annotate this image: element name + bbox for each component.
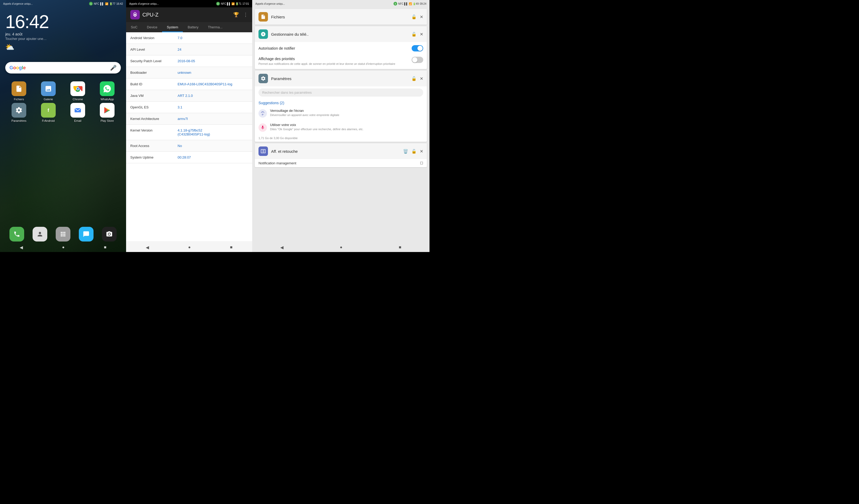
galerie-label: Galerie xyxy=(44,98,53,101)
parametres-lock-icon[interactable]: 🔓 xyxy=(411,76,417,81)
tab-device[interactable]: Device xyxy=(142,22,162,32)
card-fichiers: Fichiers 🔓 ✕ xyxy=(255,9,427,25)
app-parametres[interactable]: Paramètres xyxy=(5,103,33,122)
parametres-search[interactable]: Rechercher dans les paramètres xyxy=(258,89,423,97)
parametres-close-icon[interactable]: ✕ xyxy=(420,76,423,81)
nav-home-1[interactable]: ● xyxy=(62,245,65,250)
nav-back-3[interactable]: ◀ xyxy=(280,245,284,250)
gestionnaire-card-title: Gestionnaire du télé.. xyxy=(271,32,408,36)
playstore-icon xyxy=(100,103,115,117)
parametres-card-icon xyxy=(258,74,268,83)
nav-bar-3: ◀ ● ■ xyxy=(252,242,430,252)
status-badge-1: 1 xyxy=(89,2,93,5)
chrome-icon xyxy=(71,81,85,96)
nav-recents-2[interactable]: ■ xyxy=(230,245,233,250)
frandroid-icon: f xyxy=(41,103,56,117)
clock-add-text[interactable]: Toucher pour ajouter une… xyxy=(5,37,121,41)
email-icon xyxy=(71,103,85,117)
nav-recents-1[interactable]: ■ xyxy=(104,245,107,250)
status-time-2: 17:01 xyxy=(242,2,249,5)
app-whatsapp[interactable]: WhatsApp xyxy=(93,81,121,101)
google-search-bar[interactable]: Google 🎤 xyxy=(5,62,121,74)
status-nfc-icon: NFC xyxy=(94,2,99,5)
cpu-app-name: CPU-Z xyxy=(142,12,159,18)
app-galerie[interactable]: Galerie xyxy=(35,81,62,101)
voice-search-icon[interactable]: 🎤 xyxy=(110,65,117,71)
nav-recents-3[interactable]: ■ xyxy=(399,245,402,250)
nav-back-2[interactable]: ◀ xyxy=(146,245,149,250)
row-java-vm: Java VM ART 2.1.0 xyxy=(126,90,252,101)
card-aff-header: Aff. et retouche 🗑️ 🔓 ✕ xyxy=(255,143,427,159)
playstore-label: Play Store xyxy=(101,119,114,122)
status-signal-icon: ▌▌ xyxy=(100,2,104,5)
fichiers-label: Fichiers xyxy=(14,98,24,101)
app-email[interactable]: Email xyxy=(64,103,91,122)
priority-toggle[interactable] xyxy=(412,57,423,63)
status-icons-2: NFC ▌▌ 📶 🔋71 xyxy=(221,2,241,5)
dock-contacts[interactable] xyxy=(33,227,47,241)
notification-management-row: Notification management ☐ xyxy=(255,159,427,167)
status-wifi-icon: 📶 xyxy=(105,2,108,5)
tab-soc[interactable]: SoC xyxy=(126,22,142,32)
app-playstore[interactable]: Play Store xyxy=(93,103,121,122)
tab-system[interactable]: System xyxy=(162,22,183,32)
row-kernel-arch: Kernel Architecture armv7l xyxy=(126,113,252,125)
dock-phone[interactable] xyxy=(10,227,24,241)
gestionnaire-card-actions: 🔓 ✕ xyxy=(411,32,423,37)
dock-apps[interactable] xyxy=(56,227,71,241)
parametres-icon xyxy=(12,103,26,117)
notification-management-label: Notification management xyxy=(258,161,296,165)
app-chrome[interactable]: Chrome xyxy=(64,81,91,101)
suggestion-verrouillage[interactable]: Verrouillage de l'écran Déverrouiller un… xyxy=(255,106,427,120)
cpu-menu-icon[interactable]: ⋮ xyxy=(243,12,248,18)
screen3-settings: Appels d'urgence uniqu... 3 NFC ▌▌ 📶 🔋49… xyxy=(252,0,430,252)
cpu-header-icons: 🏆 ⋮ xyxy=(233,12,248,18)
status-icons-3: NFC ▌▌ 📶 🔋49 xyxy=(398,2,419,5)
status-emergency-2: Appels d'urgence uniqu... xyxy=(129,2,159,5)
fichiers-card-icon xyxy=(258,12,268,21)
dock-messages[interactable] xyxy=(79,227,93,241)
aff-trash-icon[interactable]: 🗑️ xyxy=(403,149,408,154)
clock-date: jeu. 4 août xyxy=(5,32,121,36)
status-emergency-1: Appels d'urgence uniqu... xyxy=(3,2,33,5)
row-android-version: Android Version 7.0 xyxy=(126,32,252,44)
autorisation-toggle[interactable] xyxy=(412,45,423,51)
status-time-3: 09:24 xyxy=(420,2,426,5)
card-parametres-header: Paramètres 🔓 ✕ xyxy=(255,70,427,86)
gestionnaire-close-icon[interactable]: ✕ xyxy=(420,32,423,37)
app-frandroid[interactable]: f FrAndroid xyxy=(35,103,62,122)
screen2-cpuz: Appels d'urgence uniqu... 2 NFC ▌▌ 📶 🔋71… xyxy=(126,0,252,252)
nav-home-2[interactable]: ● xyxy=(188,245,191,250)
status-time-1: 16:42 xyxy=(116,2,123,5)
card-parametres: Paramètres 🔓 ✕ Rechercher dans les param… xyxy=(255,70,427,142)
cpu-trophy-icon[interactable]: 🏆 xyxy=(233,12,239,18)
storage-text: 1,71 Go de 3,00 Go disponible xyxy=(255,135,427,142)
aff-card-icon xyxy=(258,146,268,156)
parametres-card-actions: 🔓 ✕ xyxy=(411,76,423,81)
gestionnaire-lock-icon[interactable]: 🔓 xyxy=(411,32,417,37)
aff-card-actions: 🗑️ 🔓 ✕ xyxy=(403,149,423,154)
row-kernel-version: Kernel Version 4.1.18-g75fbc52(C432B040S… xyxy=(126,125,252,140)
priority-row: Affichage des priorités Permet aux notif… xyxy=(255,54,427,69)
dock-camera[interactable] xyxy=(102,227,117,241)
status-bar-1: Appels d'urgence uniqu... 1 NFC ▌▌ 📶 🔋77… xyxy=(0,0,126,7)
nav-back-1[interactable]: ◀ xyxy=(20,245,23,250)
row-bootloader: Bootloader unknown xyxy=(126,67,252,78)
aff-card-title: Aff. et retouche xyxy=(271,149,400,154)
card-gestionnaire-header: Gestionnaire du télé.. 🔓 ✕ xyxy=(255,26,427,42)
aff-close-icon[interactable]: ✕ xyxy=(420,149,423,154)
cpu-title-area: CPU-Z xyxy=(130,10,159,19)
suggestion-voix[interactable]: Utiliser votre voix Dites "Ok Google" po… xyxy=(255,120,427,135)
weather-icon: ⛅ xyxy=(5,43,121,51)
row-opengl: OpenGL ES 3.1 xyxy=(126,101,252,113)
aff-lock-icon[interactable]: 🔓 xyxy=(411,149,417,154)
parametres-label: Paramètres xyxy=(12,119,27,122)
notification-checkbox[interactable]: ☐ xyxy=(420,161,423,165)
app-fichiers[interactable]: Fichiers xyxy=(5,81,33,101)
nav-home-3[interactable]: ● xyxy=(340,245,343,250)
tab-thermal[interactable]: Therma... xyxy=(203,22,227,32)
fichiers-lock-icon[interactable]: 🔓 xyxy=(411,14,417,19)
tab-battery[interactable]: Battery xyxy=(183,22,203,32)
cpu-tabs: SoC Device System Battery Therma... xyxy=(126,22,252,32)
fichiers-close-icon[interactable]: ✕ xyxy=(420,14,423,19)
